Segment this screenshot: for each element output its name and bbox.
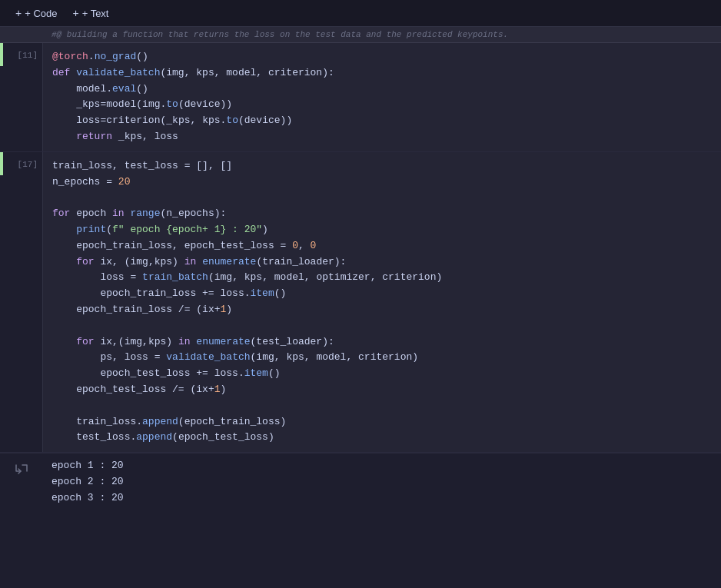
cell-17-content[interactable]: train_loss, test_loss = [], [] n_epochs … [42,152,721,452]
cell-17-gutter: [17] [0,152,42,175]
plus-text-icon: + [72,7,78,19]
cell-17-inner: [17] train_loss, test_loss = [], [] n_ep… [0,152,721,452]
cell-17-output: epoch 1 : 20 epoch 2 : 20 epoch 3 : 20 [0,453,721,510]
output-text: epoch 1 : 20 epoch 2 : 20 epoch 3 : 20 [52,458,712,506]
cell-11-number: [11] [18,51,38,60]
cell-17-code: train_loss, test_loss = [], [] n_epochs … [52,158,712,446]
add-code-button[interactable]: + + Code [9,5,63,22]
cell-11-clipped-comment: #@ building a function that returns the … [0,27,721,43]
cell-17: [17] train_loss, test_loss = [], [] n_ep… [0,152,721,453]
output-gutter [0,453,42,483]
cell-17-number: [17] [18,160,38,169]
cell-11-gutter: [11] [0,43,42,66]
cell-17-run-indicator [0,152,3,175]
add-text-button[interactable]: + + Text [66,5,115,22]
notebook-area: #@ building a function that returns the … [0,27,721,586]
cell-11-content[interactable]: @torch.no_grad() def validate_batch(img,… [42,43,721,151]
output-stream-icon [13,460,30,477]
add-code-label: + Code [25,8,57,19]
plus-code-icon: + [15,7,22,19]
cell-11-run-indicator [0,43,3,66]
add-text-label: + Text [82,8,109,19]
notebook-toolbar: + + Code + + Text [0,0,721,27]
cell-11-inner: [11] @torch.no_grad() def validate_batch… [0,43,721,151]
output-content: epoch 1 : 20 epoch 2 : 20 epoch 3 : 20 [42,453,721,510]
cell-11: #@ building a function that returns the … [0,27,721,152]
cell-11-code: @torch.no_grad() def validate_batch(img,… [52,49,712,145]
